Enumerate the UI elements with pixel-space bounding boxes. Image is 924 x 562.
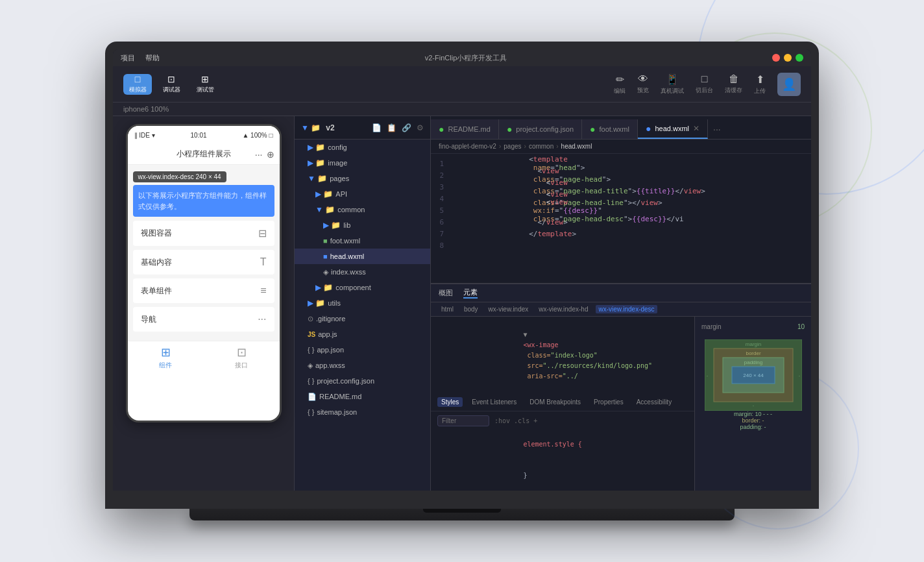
upload-action[interactable]: ⬆ 上传 xyxy=(754,73,766,95)
phone-bottom-nav: ⊞ 组件 ⊡ 接口 xyxy=(128,341,280,373)
phone-nav-api[interactable]: ⊡ 接口 xyxy=(235,345,248,370)
tree-item-component[interactable]: ▶ 📁 component xyxy=(295,280,430,295)
user-avatar[interactable]: 👤 xyxy=(777,73,801,96)
styles-tab-event[interactable]: Event Listeners xyxy=(468,397,520,407)
debugger-btn[interactable]: ⊡ 调试器 xyxy=(157,74,186,95)
html-tag-wx-index-desc[interactable]: wx-view.index-desc xyxy=(596,305,657,313)
file-tree-header: ▼ 📁 v2 📄 📋 🔗 ⚙ xyxy=(295,116,430,140)
dt-attr-2: src= xyxy=(523,362,542,369)
image-folder-icon: ▶ 📁 xyxy=(308,158,325,167)
components-icon: ⊞ xyxy=(161,345,171,360)
readme-tab-icon: ● xyxy=(439,124,444,134)
box-model-padding: padding: - xyxy=(740,424,766,430)
phone-section-form[interactable]: 表单组件 ≡ xyxy=(133,278,274,303)
tree-item-app-wxss[interactable]: ◈ app.wxss xyxy=(295,358,430,373)
box-model-svg: margin border padding xyxy=(705,339,802,411)
tree-item-utils[interactable]: ▶ 📁 utils xyxy=(295,295,430,311)
phone-section-nav[interactable]: 导航 ··· xyxy=(133,307,274,332)
ft-icon-1[interactable]: 📄 xyxy=(372,123,382,132)
app-title: v2-FinClip小程序开发工具 xyxy=(170,53,762,63)
simulator-icon: □ xyxy=(135,74,140,84)
styles-filter-input[interactable] xyxy=(437,415,489,426)
box-model-header: margin 10 xyxy=(701,323,805,336)
preview-action[interactable]: 👁 预览 xyxy=(637,73,649,95)
phone-section-basic[interactable]: 基础内容 T xyxy=(133,250,274,275)
tree-item-common[interactable]: ▼ 📁 common xyxy=(295,202,430,217)
phone-nav-components[interactable]: ⊞ 组件 xyxy=(159,345,172,370)
devtools-section-overview[interactable]: 概图 xyxy=(439,288,453,298)
main-content: ∥ IDE ▾ 10:01 ▲ 100% □ 小程序组件展示 ··· ⊕ xyxy=(113,116,811,491)
app-wxss-label: app.wxss xyxy=(315,361,345,369)
tree-item-api[interactable]: ▶ 📁 API xyxy=(295,186,430,202)
device-info-bar: iphone6 100% xyxy=(113,103,811,116)
ft-icon-2[interactable]: 📋 xyxy=(387,123,396,132)
maximize-btn[interactable] xyxy=(796,54,803,62)
tree-item-pages[interactable]: ▼ 📁 pages xyxy=(295,171,430,186)
foot-wxml-icon: ■ xyxy=(323,237,328,245)
phone-nav-bar: 小程序组件展示 ··· ⊕ xyxy=(128,144,280,165)
tree-item-head-wxml[interactable]: ■ head.wxml xyxy=(295,249,430,264)
styles-tab-props[interactable]: Properties xyxy=(590,397,627,407)
close-btn[interactable] xyxy=(772,54,780,62)
test-btn[interactable]: ⊞ 测试管 xyxy=(191,74,219,95)
tree-item-gitignore[interactable]: ⊙ .gitignore xyxy=(295,311,430,326)
head-tab-label: head.wxml xyxy=(655,125,689,132)
tree-item-lib[interactable]: ▶ 📁 lib xyxy=(295,217,430,233)
dt-attr-3: aria-src= xyxy=(523,373,562,380)
devtools-header: 概图 元素 xyxy=(431,284,811,302)
tree-item-foot-wxml[interactable]: ■ foot.wxml xyxy=(295,233,430,249)
html-tag-wx-index[interactable]: wx-view.index xyxy=(486,305,531,313)
menu-item-project[interactable]: 项目 xyxy=(121,53,135,63)
tree-item-app-json[interactable]: { } app.json xyxy=(295,342,430,358)
simulator-btn[interactable]: □ 模拟器 xyxy=(123,74,152,95)
box-border-val: border: - xyxy=(742,417,764,424)
tree-item-config[interactable]: ▶ 📁 config xyxy=(295,140,430,155)
html-tag-html[interactable]: html xyxy=(439,305,456,313)
phone-nav-more-icon[interactable]: ··· xyxy=(255,149,263,160)
minimize-btn[interactable] xyxy=(784,54,792,62)
project-config-icon: { } xyxy=(308,377,314,385)
styles-hint: :hov .cls + xyxy=(494,417,537,424)
phone-section-label-2: 表单组件 xyxy=(141,286,172,297)
edit-action[interactable]: ✏ 编辑 xyxy=(614,73,626,95)
tree-item-app-js[interactable]: JS app.js xyxy=(295,326,430,342)
styles-tab-dom[interactable]: DOM Breakpoints xyxy=(526,397,585,407)
html-tag-wx-index-hd[interactable]: wx-view.index-hd xyxy=(536,305,590,313)
dt-tag-1: <wx-image xyxy=(523,341,558,348)
tab-foot-wxml[interactable]: ● foot.wxml xyxy=(582,119,638,139)
dt-arrow-1[interactable]: ▼ xyxy=(523,331,531,338)
head-tab-close[interactable]: ✕ xyxy=(693,124,699,133)
ln-5: 5 xyxy=(431,206,452,215)
tab-bar: ● README.md ● project.config.json ● foot… xyxy=(431,116,811,140)
device-debug-action[interactable]: 📱 真机调试 xyxy=(661,73,684,95)
phone-status-right: ▲ 100% □ xyxy=(242,132,273,139)
tree-item-index-wxss[interactable]: ◈ index.wxss xyxy=(295,264,430,280)
foot-wxml-label: foot.wxml xyxy=(330,237,360,245)
phone-section-viewer[interactable]: 视图容器 ⊟ xyxy=(133,221,274,246)
tree-item-readme[interactable]: 📄 README.md xyxy=(295,389,430,404)
background-action[interactable]: □ 切后台 xyxy=(696,73,713,95)
style-rule-1: element.style { xyxy=(437,429,688,460)
devtools-section-elements[interactable]: 元素 xyxy=(463,287,478,299)
tab-project-config[interactable]: ● project.config.json xyxy=(499,119,582,139)
tab-more-btn[interactable]: ··· xyxy=(708,119,726,139)
clear-cache-icon: 🗑 xyxy=(729,73,739,85)
phone-section-icon-0: ⊟ xyxy=(258,227,267,239)
tree-item-image[interactable]: ▶ 📁 image xyxy=(295,155,430,171)
menu-item-help[interactable]: 帮助 xyxy=(145,53,160,63)
tree-item-project-config[interactable]: { } project.config.json xyxy=(295,373,430,389)
tree-item-sitemap[interactable]: { } sitemap.json xyxy=(295,404,430,420)
ft-icon-3[interactable]: 🔗 xyxy=(402,123,411,132)
styles-tab-styles[interactable]: Styles xyxy=(437,397,463,407)
clear-cache-action[interactable]: 🗑 清缓存 xyxy=(725,73,742,95)
tab-head-wxml[interactable]: ● head.wxml ✕ xyxy=(638,119,708,139)
ln-8: 8 xyxy=(431,241,452,250)
phone-status-bar: ∥ IDE ▾ 10:01 ▲ 100% □ xyxy=(128,126,280,144)
edit-icon: ✏ xyxy=(616,73,624,86)
ft-icon-4[interactable]: ⚙ xyxy=(417,123,424,132)
tab-readme[interactable]: ● README.md xyxy=(431,119,499,139)
html-tag-body[interactable]: body xyxy=(461,305,481,313)
preview-label: 预览 xyxy=(637,86,649,95)
phone-nav-add-icon[interactable]: ⊕ xyxy=(267,149,274,160)
styles-tab-access[interactable]: Accessibility xyxy=(633,397,675,407)
